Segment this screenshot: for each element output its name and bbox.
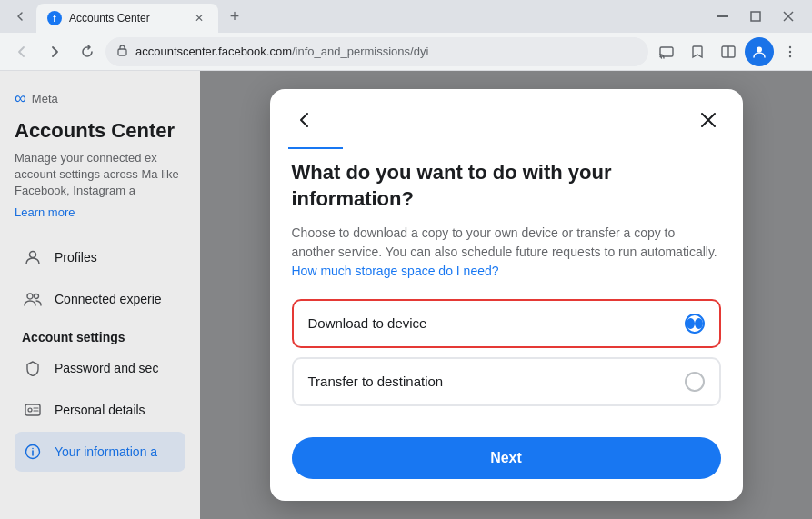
meta-label: Meta <box>32 92 58 105</box>
modal-footer: Next <box>270 437 743 501</box>
profile-button[interactable] <box>745 37 774 66</box>
browser-chrome: f Accounts Center ✕ + <box>0 0 812 71</box>
download-label: Download to device <box>308 315 427 331</box>
download-option[interactable]: Download to device <box>292 299 721 348</box>
modal-close-button[interactable] <box>692 104 725 136</box>
svg-point-16 <box>28 408 32 412</box>
lock-icon <box>116 44 128 59</box>
modal-overlay: What do you want to do with your informa… <box>200 71 812 519</box>
close-window-button[interactable] <box>776 4 801 29</box>
svg-point-13 <box>27 294 33 299</box>
sidebar-item-personal[interactable]: Personal details <box>15 390 185 430</box>
sidebar-profiles-label: Profiles <box>55 250 97 264</box>
sidebar-title: Accounts Center <box>15 119 185 143</box>
maximize-button[interactable] <box>743 4 768 29</box>
modal-dialog: What do you want to do with your informa… <box>270 89 743 500</box>
info-icon <box>22 441 44 463</box>
address-bar: accountscenter.facebook.com/info_and_per… <box>0 33 812 71</box>
sidebar-personal-label: Personal details <box>55 403 145 417</box>
window-controls <box>710 4 805 29</box>
download-radio <box>685 314 705 334</box>
tab-title: Accounts Center <box>69 12 184 25</box>
sidebar-password-label: Password and sec <box>55 361 158 375</box>
tab-close-button[interactable]: ✕ <box>191 10 207 26</box>
split-screen-button[interactable] <box>714 37 743 66</box>
url-text: accountscenter.facebook.com/info_and_per… <box>135 45 637 58</box>
cast-button[interactable] <box>652 37 681 66</box>
sidebar-item-your-info[interactable]: Your information a <box>15 432 185 472</box>
meta-logo: ∞ Meta <box>15 89 185 108</box>
next-button[interactable]: Next <box>292 437 721 479</box>
back-button[interactable] <box>7 37 36 66</box>
forward-button[interactable] <box>40 37 69 66</box>
tab-bar: f Accounts Center ✕ + <box>0 0 812 33</box>
id-card-icon <box>22 399 44 421</box>
sidebar: ∞ Meta Accounts Center Manage your conne… <box>0 71 200 519</box>
meta-logo-icon: ∞ <box>15 89 26 108</box>
tab-favicon: f <box>47 11 62 25</box>
active-tab[interactable]: f Accounts Center ✕ <box>36 4 218 33</box>
reload-button[interactable] <box>73 37 102 66</box>
browser-nav-controls <box>7 4 33 29</box>
transfer-option[interactable]: Transfer to destination <box>292 357 721 406</box>
main-area: What do you want to do with your informa… <box>200 71 812 519</box>
svg-point-9 <box>789 45 791 47</box>
sidebar-connected-label: Connected experie <box>55 292 162 306</box>
sidebar-description: Manage your connected ex account setting… <box>15 150 185 200</box>
minimize-button[interactable] <box>710 4 736 29</box>
sidebar-item-profiles[interactable]: Profiles <box>15 237 185 277</box>
modal-body: What do you want to do with your informa… <box>270 160 743 436</box>
sidebar-item-connected[interactable]: Connected experie <box>15 279 185 319</box>
transfer-label: Transfer to destination <box>308 374 444 389</box>
svg-rect-0 <box>717 15 728 17</box>
svg-point-8 <box>757 46 762 52</box>
bookmark-button[interactable] <box>683 37 712 66</box>
page-content: ∞ Meta Accounts Center Manage your conne… <box>0 71 812 519</box>
modal-divider <box>288 147 343 149</box>
modal-back-button[interactable] <box>288 104 321 136</box>
modal-header <box>270 89 743 136</box>
url-actions <box>652 37 805 66</box>
storage-link[interactable]: How much storage space do I need? <box>292 264 499 278</box>
svg-point-11 <box>789 55 791 56</box>
learn-more-link[interactable]: Learn more <box>15 205 185 219</box>
svg-rect-15 <box>25 404 40 415</box>
svg-point-12 <box>30 251 36 257</box>
svg-point-21 <box>32 447 34 449</box>
url-bar[interactable]: accountscenter.facebook.com/info_and_per… <box>105 37 648 66</box>
people-icon <box>22 288 44 310</box>
transfer-radio <box>685 372 705 392</box>
svg-point-10 <box>789 50 791 52</box>
sidebar-your-info-label: Your information a <box>55 444 157 459</box>
svg-point-14 <box>35 294 39 298</box>
menu-button[interactable] <box>776 37 805 66</box>
sidebar-item-password[interactable]: Password and sec <box>15 348 185 388</box>
tab-back-button[interactable] <box>7 4 33 29</box>
svg-rect-4 <box>118 49 126 55</box>
person-icon <box>22 246 44 268</box>
modal-description: Choose to download a copy to your own de… <box>292 224 721 281</box>
svg-rect-1 <box>751 12 760 21</box>
modal-title: What do you want to do with your informa… <box>292 160 721 212</box>
account-settings-title: Account settings <box>22 330 178 344</box>
new-tab-button[interactable]: + <box>222 4 247 29</box>
shield-icon <box>22 357 44 379</box>
